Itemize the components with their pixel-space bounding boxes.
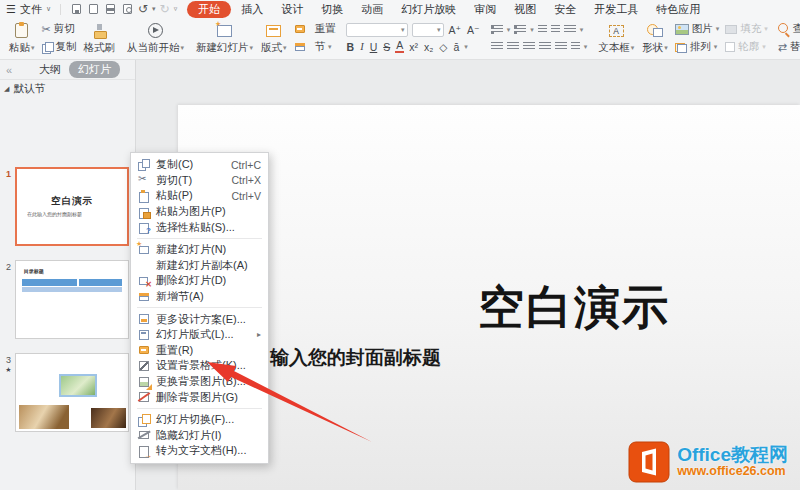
tab-special-features[interactable]: 特色应用 xyxy=(648,1,708,18)
grow-font-button[interactable]: A⁺ xyxy=(448,24,463,36)
tab-slides[interactable]: 幻灯片 xyxy=(69,61,120,78)
shapes-button[interactable]: 形状▾ xyxy=(639,20,671,56)
format-painter-button[interactable]: 格式刷 xyxy=(81,20,119,56)
menu-item-reset[interactable]: 重置(R) xyxy=(131,343,268,359)
slide-subtitle-text[interactable]: 输入您的封面副标题 xyxy=(270,345,441,371)
menu-item-paste-as-picture[interactable]: 粘贴为图片(P) xyxy=(131,204,268,220)
text-box-icon: A xyxy=(609,25,624,37)
output-icon[interactable] xyxy=(87,3,100,16)
tab-slideshow[interactable]: 幻灯片放映 xyxy=(393,1,464,18)
subscript-button[interactable]: x₂ xyxy=(423,41,434,53)
print-icon[interactable] xyxy=(104,3,117,16)
font-color-button[interactable]: A xyxy=(395,40,404,53)
menu-item-cut[interactable]: 剪切(T)Ctrl+X xyxy=(131,173,268,189)
strikethrough-button[interactable]: S xyxy=(382,41,391,53)
find-button[interactable]: 查找 xyxy=(776,22,800,36)
play-from-current-button[interactable]: 从当前开始▾ xyxy=(124,20,187,56)
slide-canvas[interactable]: 空白演示 输入您的封面副标题 Office教程网 www.office26.co… xyxy=(178,105,800,490)
delete-slide-icon xyxy=(138,275,150,287)
reset-button[interactable]: 重置 xyxy=(292,22,338,36)
slide-title-text[interactable]: 空白演示 xyxy=(478,277,670,339)
thumb-image-left xyxy=(19,405,68,430)
menu-item-paste-special[interactable]: 选择性粘贴(S)... xyxy=(131,219,268,235)
text-direction-icon[interactable] xyxy=(564,25,576,34)
font-size-select[interactable]: ▾ xyxy=(412,23,444,37)
text-box-button[interactable]: A 文本框▾ xyxy=(595,20,637,56)
file-menu[interactable]: 文件 xyxy=(20,2,42,17)
paste-button[interactable]: 粘贴▾ xyxy=(6,20,38,56)
undo-dropdown-icon[interactable]: ▾ xyxy=(152,5,156,13)
default-section-header[interactable]: ◢ 默认节 xyxy=(0,80,135,97)
align-right-icon[interactable] xyxy=(523,42,535,51)
menu-item-delete-background-picture[interactable]: 删除背景图片(G) xyxy=(131,389,268,405)
thumb-image-right xyxy=(91,408,126,428)
menu-item-paste[interactable]: 粘贴(P)Ctrl+V xyxy=(131,188,268,204)
menu-item-delete-slide[interactable]: 删除幻灯片(D) xyxy=(131,273,268,289)
tab-security[interactable]: 安全 xyxy=(546,1,584,18)
increase-indent-icon[interactable] xyxy=(551,25,560,34)
copy-button[interactable]: 复制 xyxy=(40,40,79,54)
undo-icon[interactable]: ↺ xyxy=(138,3,148,15)
picture-button[interactable]: 图片▾ xyxy=(673,22,722,36)
decrease-indent-icon[interactable] xyxy=(538,25,547,34)
menu-item-change-background-picture[interactable]: 更换背景图片(B)... xyxy=(131,374,268,390)
customize-toolbar-icon[interactable]: ▿ xyxy=(174,5,178,13)
print-preview-icon[interactable] xyxy=(121,3,134,16)
italic-button[interactable]: I xyxy=(359,41,365,52)
align-center-icon[interactable] xyxy=(507,42,519,51)
menu-item-add-section[interactable]: 新增节(A) xyxy=(131,289,268,305)
tab-outline[interactable]: 大纲 xyxy=(39,62,61,77)
hamburger-icon[interactable]: ☰ xyxy=(6,4,16,15)
tab-design[interactable]: 设计 xyxy=(273,1,311,18)
slide-thumbnail-2[interactable]: 目录标题 xyxy=(15,260,129,339)
save-icon[interactable] xyxy=(70,3,83,16)
menu-item-duplicate-slide[interactable]: 新建幻灯片副本(A) xyxy=(131,258,268,274)
clear-format-button[interactable]: ◇ xyxy=(438,41,448,53)
tab-transitions[interactable]: 切换 xyxy=(313,1,351,18)
collapse-panel-icon[interactable]: « xyxy=(6,64,12,76)
tab-view[interactable]: 视图 xyxy=(506,1,544,18)
justify-icon[interactable] xyxy=(539,42,551,51)
layout-icon xyxy=(266,25,281,37)
tab-home[interactable]: 开始 xyxy=(187,1,231,18)
submenu-arrow-icon: ▸ xyxy=(257,330,261,339)
superscript-button[interactable]: x² xyxy=(408,41,419,53)
menu-item-copy[interactable]: 复制(C)Ctrl+C xyxy=(131,157,268,173)
menu-item-more-designs[interactable]: 更多设计方案(E)... xyxy=(131,311,268,327)
menu-item-set-background-format[interactable]: 设置背景格式(K)... xyxy=(131,358,268,374)
menubar: ☰ 文件 ∨ ↺ ▾ ↻ ▿ 开始 插入 设计 切换 动画 幻灯片放映 审阅 视… xyxy=(0,0,800,18)
align-left-icon[interactable] xyxy=(491,42,503,51)
cut-button[interactable]: ✂剪切 xyxy=(40,22,79,36)
layout-button[interactable]: 版式▾ xyxy=(258,20,290,56)
shrink-font-button[interactable]: A⁻ xyxy=(466,24,481,36)
tab-developer[interactable]: 开发工具 xyxy=(586,1,646,18)
bullets-icon[interactable] xyxy=(491,25,503,34)
context-menu: 复制(C)Ctrl+C 剪切(T)Ctrl+X 粘贴(P)Ctrl+V 粘贴为图… xyxy=(130,152,269,464)
char-color-button[interactable]: ā xyxy=(452,41,460,53)
menu-item-new-slide[interactable]: 新建幻灯片(N) xyxy=(131,242,268,258)
outline-button: 轮廓▾ xyxy=(723,40,770,54)
file-chevron-down-icon[interactable]: ∨ xyxy=(46,5,51,13)
menu-item-slide-transition[interactable]: 幻灯片切换(F)... xyxy=(131,412,268,428)
slide-thumbnail-1[interactable]: 空白演示 在此输入您的封面副标题 xyxy=(15,167,129,246)
picture-icon xyxy=(675,24,689,35)
distribute-icon[interactable] xyxy=(555,42,567,51)
menu-item-slide-layout[interactable]: 幻灯片版式(L)...▸ xyxy=(131,327,268,343)
menu-item-convert-to-text-document[interactable]: 转为文字文档(H)... xyxy=(131,443,268,459)
tab-insert[interactable]: 插入 xyxy=(233,1,271,18)
numbering-icon[interactable] xyxy=(514,25,526,34)
underline-button[interactable]: U xyxy=(369,41,379,53)
font-family-select[interactable]: ▾ xyxy=(346,23,408,37)
new-slide-button[interactable]: 新建幻灯片▾ xyxy=(193,20,256,56)
bold-button[interactable]: B xyxy=(346,41,356,53)
paste-picture-icon xyxy=(138,206,150,218)
tab-review[interactable]: 审阅 xyxy=(466,1,504,18)
tab-animations[interactable]: 动画 xyxy=(353,1,391,18)
menu-item-hide-slide[interactable]: 隐藏幻灯片(I) xyxy=(131,428,268,444)
slide-thumbnail-3[interactable] xyxy=(15,353,129,432)
section-button[interactable]: 节▾ xyxy=(292,40,338,54)
replace-button[interactable]: ⇄替换▾ xyxy=(776,40,800,54)
slide-number: 2 xyxy=(3,262,14,272)
arrange-button[interactable]: 排列▾ xyxy=(673,40,722,54)
line-spacing-icon[interactable] xyxy=(571,42,580,51)
